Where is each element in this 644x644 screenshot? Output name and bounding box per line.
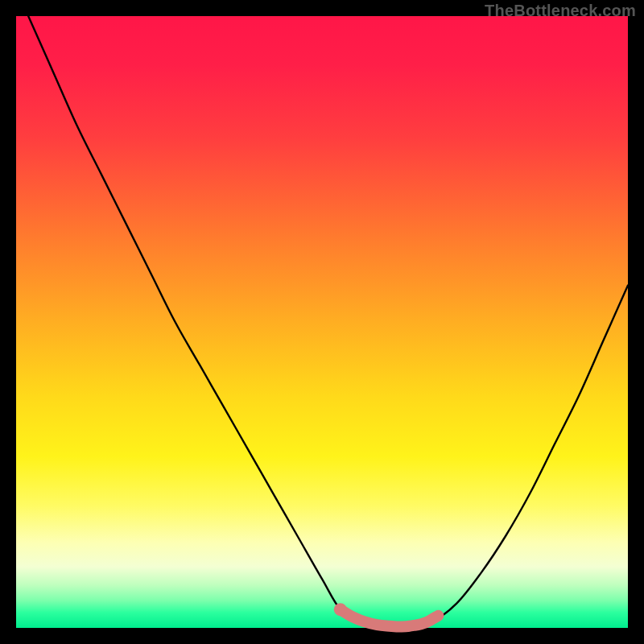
sweet-spot-highlight: [341, 609, 439, 626]
watermark-text: TheBottleneck.com: [485, 2, 636, 20]
bottleneck-curve: [28, 16, 628, 629]
chart-frame: TheBottleneck.com: [0, 0, 644, 644]
sweet-spot-start-dot: [334, 603, 347, 616]
chart-svg: [16, 16, 628, 628]
